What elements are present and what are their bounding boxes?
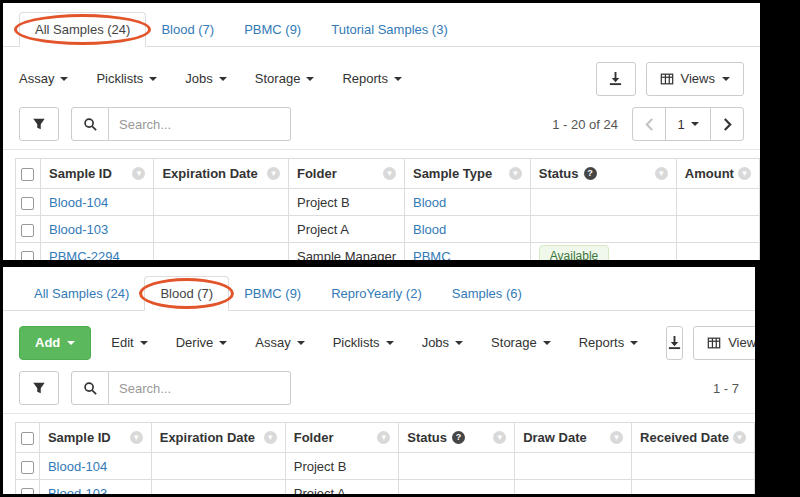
- filter-button[interactable]: [19, 107, 59, 141]
- row-checkbox[interactable]: [21, 488, 34, 494]
- search-button[interactable]: [71, 107, 109, 141]
- export-button[interactable]: [666, 326, 683, 360]
- column-header-sample-id[interactable]: Sample ID: [39, 423, 151, 453]
- sample-type-link[interactable]: PBMC: [413, 249, 451, 261]
- cell-folder: Sample Manager: [288, 243, 404, 261]
- filter-button[interactable]: [19, 371, 59, 405]
- question-circle-icon[interactable]: [452, 431, 465, 444]
- sample-id-link[interactable]: PBMC-2294: [49, 249, 120, 261]
- chevron-down-circle-icon[interactable]: [267, 167, 280, 180]
- chevron-down-circle-icon[interactable]: [509, 167, 522, 180]
- column-header-expiration-date[interactable]: Expiration Date: [151, 423, 285, 453]
- tab-blood[interactable]: Blood (7): [144, 276, 229, 311]
- cell-expiration-date: [154, 216, 289, 243]
- sample-id-link[interactable]: Blood-104: [49, 195, 108, 210]
- chevron-down-circle-icon[interactable]: [738, 167, 751, 180]
- sample-id-link[interactable]: Blood-103: [49, 222, 108, 237]
- question-circle-icon[interactable]: [584, 167, 597, 180]
- chevron-down-circle-icon[interactable]: [130, 431, 143, 444]
- column-header-received-date[interactable]: Received Date: [632, 423, 755, 453]
- picklists-menu-button[interactable]: Picklists: [333, 329, 394, 356]
- search-button[interactable]: [71, 371, 109, 405]
- menu-label: Jobs: [422, 335, 449, 350]
- column-header-draw-date[interactable]: Draw Date: [515, 423, 632, 453]
- tab-label: ReproYearly (2): [331, 286, 422, 301]
- column-header-status[interactable]: Status: [530, 159, 676, 189]
- cell-sample-id: PBMC-2294: [40, 243, 153, 261]
- column-header-status[interactable]: Status: [399, 423, 515, 453]
- tab-blood[interactable]: Blood (7): [146, 13, 229, 46]
- chevron-down-circle-icon[interactable]: [383, 167, 396, 180]
- column-header-sample-type[interactable]: Sample Type: [404, 159, 530, 189]
- tab-pbmc[interactable]: PBMC (9): [229, 13, 316, 46]
- tab-all-samples[interactable]: All Samples (24): [19, 12, 146, 47]
- tab-tutorial-samples[interactable]: Tutorial Samples (3): [316, 13, 463, 46]
- reports-menu-button[interactable]: Reports: [342, 65, 402, 92]
- storage-menu-button[interactable]: Storage: [491, 329, 551, 356]
- caret-down-icon: [60, 77, 68, 81]
- picklists-menu-button[interactable]: Picklists: [96, 65, 157, 92]
- chevron-down-circle-icon[interactable]: [733, 431, 746, 444]
- export-button[interactable]: [596, 62, 636, 96]
- page-number-button[interactable]: 1: [665, 107, 711, 141]
- select-all-checkbox[interactable]: [21, 168, 34, 181]
- cell-received-date: [632, 453, 755, 480]
- divider: [3, 413, 755, 414]
- tab-all-samples[interactable]: All Samples (24): [19, 277, 144, 310]
- search-input[interactable]: [109, 371, 291, 405]
- previous-page-button[interactable]: [632, 107, 666, 141]
- caret-down-icon: [455, 341, 463, 345]
- row-checkbox[interactable]: [21, 224, 34, 237]
- tab-label: Tutorial Samples (3): [331, 22, 448, 37]
- column-header-amount[interactable]: Amount: [676, 159, 759, 189]
- jobs-menu-button[interactable]: Jobs: [185, 65, 226, 92]
- column-header-folder[interactable]: Folder: [285, 423, 399, 453]
- next-page-button[interactable]: [710, 107, 744, 141]
- assay-menu-button[interactable]: Assay: [19, 65, 68, 92]
- views-button[interactable]: Views: [646, 62, 744, 96]
- column-label: Expiration Date: [162, 166, 257, 181]
- row-checkbox[interactable]: [21, 197, 34, 210]
- chevron-down-circle-icon[interactable]: [132, 167, 145, 180]
- cell-folder: Project A: [288, 216, 404, 243]
- add-button[interactable]: Add: [19, 326, 91, 360]
- chevron-down-circle-icon[interactable]: [655, 167, 668, 180]
- tab-samples[interactable]: Samples (6): [437, 277, 537, 310]
- cell-amount: [676, 243, 759, 261]
- bottom-pagination: 1 - 7: [713, 381, 739, 396]
- column-header-folder[interactable]: Folder: [288, 159, 404, 189]
- reports-menu-button[interactable]: Reports: [579, 329, 639, 356]
- column-header-sample-id[interactable]: Sample ID: [40, 159, 153, 189]
- chevron-down-circle-icon[interactable]: [377, 431, 390, 444]
- menu-label: Picklists: [333, 335, 380, 350]
- assay-menu-button[interactable]: Assay: [255, 329, 304, 356]
- sample-type-link[interactable]: Blood: [413, 222, 446, 237]
- views-button[interactable]: Views: [693, 326, 755, 360]
- top-toolbar: Assay Picklists Jobs Storage Reports Vie…: [3, 47, 760, 99]
- chevron-down-circle-icon[interactable]: [610, 431, 623, 444]
- column-header-expiration-date[interactable]: Expiration Date: [154, 159, 289, 189]
- jobs-menu-button[interactable]: Jobs: [422, 329, 463, 356]
- storage-menu-button[interactable]: Storage: [255, 65, 315, 92]
- chevron-down-circle-icon[interactable]: [493, 431, 506, 444]
- tab-reproyearly[interactable]: ReproYearly (2): [316, 277, 437, 310]
- chevron-down-circle-icon[interactable]: [264, 431, 277, 444]
- select-all-checkbox[interactable]: [21, 432, 34, 445]
- search-input[interactable]: [109, 107, 291, 141]
- cell-amount: [676, 216, 759, 243]
- edit-menu-button[interactable]: Edit: [111, 329, 147, 356]
- sample-type-link[interactable]: Blood: [413, 195, 446, 210]
- sample-id-link[interactable]: Blood-104: [48, 459, 107, 474]
- select-all-cell: [16, 423, 40, 453]
- row-checkbox[interactable]: [21, 251, 34, 260]
- top-pagination: 1 - 20 of 24 1: [552, 107, 744, 141]
- download-icon: [667, 335, 682, 350]
- funnel-icon: [32, 381, 46, 395]
- row-checkbox[interactable]: [21, 461, 34, 474]
- cell-status: [399, 480, 515, 495]
- menu-label: Picklists: [96, 71, 143, 86]
- derive-menu-button[interactable]: Derive: [176, 329, 228, 356]
- tab-pbmc[interactable]: PBMC (9): [229, 277, 316, 310]
- menu-label: Edit: [111, 335, 133, 350]
- sample-id-link[interactable]: Blood-103: [48, 486, 107, 495]
